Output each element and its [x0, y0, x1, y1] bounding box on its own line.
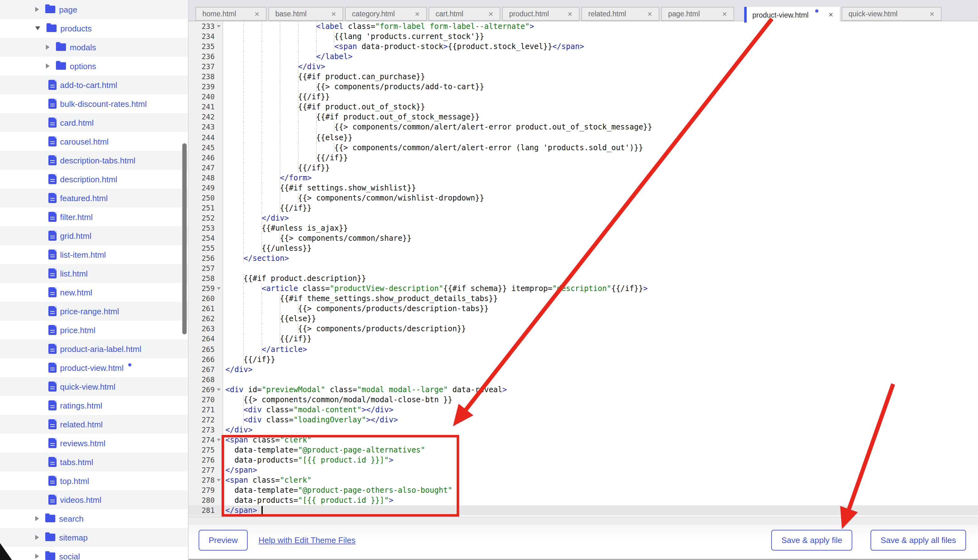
fold-arrow-icon[interactable] — [217, 287, 220, 290]
close-icon[interactable]: ✕ — [647, 10, 652, 17]
code-line-257[interactable]: 257 — [188, 263, 978, 273]
tree-item-price-html[interactable]: price.html — [0, 320, 188, 339]
tree-item-social[interactable]: social — [0, 547, 188, 560]
close-icon[interactable]: ✕ — [415, 10, 420, 17]
code-line-233[interactable]: 233 <label class="form-label form-label-… — [188, 22, 978, 32]
close-icon[interactable]: ✕ — [567, 10, 573, 17]
tree-item-add-to-cart-html[interactable]: add-to-cart.html — [0, 75, 188, 94]
code-line-264[interactable]: 264 {{/if}} — [188, 334, 978, 344]
tree-item-related-html[interactable]: related.html — [0, 415, 188, 434]
tab-category-html[interactable]: category.html✕ — [345, 7, 427, 21]
code-line-245[interactable]: 245 {{> components/common/alert/alert-er… — [188, 142, 978, 152]
chevron-right-icon[interactable] — [46, 63, 50, 68]
code-line-274[interactable]: 274<span class="clerk" — [188, 435, 978, 445]
tree-item-quick-view-html[interactable]: quick-view.html — [0, 377, 188, 396]
chevron-right-icon[interactable] — [46, 45, 50, 50]
tree-item-featured-html[interactable]: featured.html — [0, 188, 188, 207]
code-line-251[interactable]: 251 {{/if}} — [188, 203, 978, 213]
tree-item-products[interactable]: products — [0, 19, 188, 38]
code-line-278[interactable]: 278<span class="clerk" — [188, 475, 978, 485]
save-apply-all-files-button[interactable]: Save & apply all files — [871, 530, 966, 550]
tree-item-ratings-html[interactable]: ratings.html — [0, 396, 188, 415]
code-line-260[interactable]: 260 {{#if theme_settings.show_product_de… — [188, 294, 978, 304]
code-line-243[interactable]: 243 {{> components/common/alert/alert-er… — [188, 122, 978, 132]
code-line-272[interactable]: 272 <div class="loadingOverlay"></div> — [188, 415, 978, 425]
code-line-246[interactable]: 246 {{/if}} — [188, 152, 978, 162]
tree-item-videos-html[interactable]: videos.html — [0, 490, 188, 509]
code-line-248[interactable]: 248 </form> — [188, 173, 978, 183]
code-line-235[interactable]: 235 <span data-product-stock>{{product.s… — [188, 42, 978, 52]
code-line-271[interactable]: 271 <div class="modal-content"></div> — [188, 405, 978, 415]
tree-item-description-html[interactable]: description.html — [0, 170, 188, 188]
code-line-276[interactable]: 276 data-products="[{{ product.id }}]"> — [188, 455, 978, 465]
code-line-275[interactable]: 275 data-template="@product-page-alterna… — [188, 445, 978, 455]
chevron-right-icon[interactable] — [35, 535, 39, 540]
tab-product-view-html[interactable]: product-view.html✕ — [744, 7, 840, 23]
code-line-268[interactable]: 268 — [188, 374, 978, 384]
code-line-269[interactable]: 269<div id="previewModal" class="modal m… — [188, 384, 978, 394]
code-line-256[interactable]: 256 </section> — [188, 253, 978, 263]
code-line-252[interactable]: 252 </div> — [188, 213, 978, 223]
tree-item-page[interactable]: page — [0, 0, 188, 19]
code-editor[interactable]: 233 <label class="form-label form-label-… — [188, 22, 978, 517]
tab-cart-html[interactable]: cart.html✕ — [429, 7, 500, 21]
code-line-266[interactable]: 266 {{/if}} — [188, 354, 978, 364]
tab-base-html[interactable]: base.html✕ — [268, 7, 343, 21]
code-line-258[interactable]: 258 {{#if product.description}} — [188, 273, 978, 283]
tree-item-list-html[interactable]: list.html — [0, 264, 188, 283]
code-line-262[interactable]: 262 {{else}} — [188, 314, 978, 324]
code-line-247[interactable]: 247 {{/if}} — [188, 162, 978, 173]
code-line-250[interactable]: 250 {{> components/common/wishlist-dropd… — [188, 193, 978, 203]
code-line-265[interactable]: 265 </article> — [188, 344, 978, 354]
save-apply-file-button[interactable]: Save & apply file — [771, 530, 852, 550]
close-icon[interactable]: ✕ — [488, 10, 493, 17]
code-line-259[interactable]: 259 <article class="productView-descript… — [188, 283, 978, 293]
tab-home-html[interactable]: home.html✕ — [195, 7, 267, 21]
code-line-237[interactable]: 237 </div> — [188, 62, 978, 72]
code-line-242[interactable]: 242 {{#if product.out_of_stock_message}} — [188, 112, 978, 122]
tree-item-sitemap[interactable]: sitemap — [0, 528, 188, 547]
code-line-234[interactable]: 234 {{lang 'products.current_stock'}} — [188, 32, 978, 42]
tree-item-modals[interactable]: modals — [0, 38, 188, 57]
close-icon[interactable]: ✕ — [331, 10, 336, 17]
code-line-261[interactable]: 261 {{> components/products/description-… — [188, 304, 978, 314]
tree-item-top-html[interactable]: top.html — [0, 472, 188, 490]
code-line-241[interactable]: 241 {{#if product.out_of_stock}} — [188, 102, 978, 112]
tree-item-card-html[interactable]: card.html — [0, 113, 188, 132]
close-icon[interactable]: ✕ — [828, 11, 833, 18]
chevron-right-icon[interactable] — [35, 7, 39, 12]
tab-related-html[interactable]: related.html✕ — [581, 7, 659, 21]
code-line-267[interactable]: 267</div> — [188, 364, 978, 374]
close-icon[interactable]: ✕ — [722, 10, 727, 17]
help-link[interactable]: Help with Edit Theme Files — [259, 535, 356, 545]
tree-item-list-item-html[interactable]: list-item.html — [0, 245, 188, 264]
close-icon[interactable]: ✕ — [929, 10, 935, 17]
close-icon[interactable]: ✕ — [254, 10, 260, 17]
code-line-277[interactable]: 277</span> — [188, 465, 978, 475]
code-line-238[interactable]: 238 {{#if product.can_purchase}} — [188, 72, 978, 82]
chevron-right-icon[interactable] — [35, 554, 39, 559]
fold-arrow-icon[interactable] — [217, 25, 220, 28]
code-line-244[interactable]: 244 {{else}} — [188, 132, 978, 142]
tree-item-tabs-html[interactable]: tabs.html — [0, 453, 188, 472]
editor-horizontal-scrollbar[interactable] — [188, 517, 978, 525]
code-line-280[interactable]: 280 data-products="[{{ product.id }}]"> — [188, 495, 978, 505]
code-line-254[interactable]: 254 {{> components/common/share}} — [188, 233, 978, 243]
tree-item-grid-html[interactable]: grid.html — [0, 226, 188, 245]
code-line-236[interactable]: 236 </label> — [188, 52, 978, 62]
code-line-281[interactable]: 281</span> — [188, 506, 978, 516]
chevron-right-icon[interactable] — [35, 516, 39, 521]
code-line-263[interactable]: 263 {{> components/products/description}… — [188, 324, 978, 334]
tree-item-search[interactable]: search — [0, 509, 188, 528]
tree-item-price-range-html[interactable]: price-range.html — [0, 302, 188, 320]
code-line-270[interactable]: 270 {{> components/common/modal/modal-cl… — [188, 394, 978, 405]
fold-arrow-icon[interactable] — [217, 388, 220, 391]
chevron-down-icon[interactable] — [35, 27, 40, 30]
tab-product-html[interactable]: product.html✕ — [502, 7, 580, 21]
code-line-273[interactable]: 273</div> — [188, 425, 978, 435]
tab-page-html[interactable]: page.html✕ — [661, 7, 734, 21]
code-line-255[interactable]: 255 {{/unless}} — [188, 243, 978, 253]
tree-item-options[interactable]: options — [0, 57, 188, 75]
code-line-249[interactable]: 249 {{#if settings.show_wishlist}} — [188, 183, 978, 193]
tree-item-reviews-html[interactable]: reviews.html — [0, 434, 188, 453]
